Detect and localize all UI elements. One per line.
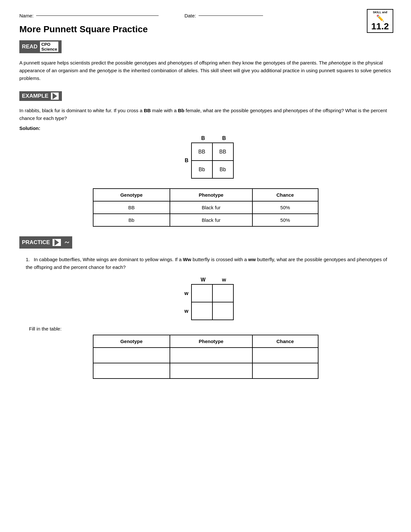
side-labels-col: w w: [177, 284, 191, 320]
fill-cell-1-2[interactable]: [170, 348, 252, 363]
punnett-wrapper: B B B BB BB Bb Bb: [177, 135, 235, 179]
cell-chance-2: 50%: [252, 214, 318, 226]
punnett-row-1: B BB BB Bb Bb: [177, 143, 235, 179]
date-field: Date:: [184, 13, 263, 18]
name-label: Name:: [19, 13, 34, 18]
fill-cell-1-3[interactable]: [252, 348, 318, 363]
date-underline[interactable]: [199, 15, 263, 16]
practice-top-label-1: W: [193, 277, 214, 283]
cell-chance-1: 50%: [252, 201, 318, 214]
practice-grid-row-1: [192, 285, 234, 302]
col-phenotype-header: Phenotype: [170, 189, 252, 201]
practice-top-label-2: w: [214, 277, 235, 283]
pencil-icon: ✏️: [369, 14, 391, 22]
practice-side-label-2: w: [177, 302, 191, 320]
cell-2-1: Bb: [192, 161, 213, 179]
table-row: Bb Black fur 50%: [93, 214, 318, 226]
read-label: READ: [22, 44, 37, 50]
header-row: Name: Date:: [19, 13, 392, 18]
skill-number: 11.2: [369, 22, 391, 31]
fill-row-1[interactable]: [93, 348, 318, 363]
practice-cell-2-2[interactable]: [213, 302, 234, 320]
punnett-example: B B B BB BB Bb Bb: [19, 135, 392, 179]
practice-section-label: PRACTICE ~: [19, 236, 72, 249]
squiggle-icon: ~: [65, 238, 69, 247]
intro-italic2: genotype: [97, 68, 117, 73]
read-section-label: READ CPOScience: [19, 40, 62, 53]
fill-table: Genotype Phenotype Chance: [93, 335, 318, 379]
grid-row-2: Bb Bb: [192, 161, 234, 179]
practice-question-1: 1. In cabbage butterflies, White wings a…: [19, 256, 392, 271]
cell-genotype-1: BB: [93, 201, 170, 214]
table-row: BB Black fur 50%: [93, 201, 318, 214]
practice-play-icon: [53, 239, 61, 246]
fill-cell-2-2[interactable]: [170, 363, 252, 379]
col-genotype-header: Genotype: [93, 189, 170, 201]
example-question: In rabbits, black fur is dominant to whi…: [19, 107, 392, 122]
practice-cell-2-1[interactable]: [192, 302, 213, 320]
example-section-label: EXAMPLE: [19, 91, 62, 101]
example-result-table: Genotype Phenotype Chance BB Black fur 5…: [93, 188, 318, 227]
top-label-2: B: [214, 135, 235, 141]
practice-grid-row-2: [192, 302, 234, 320]
fill-cell-2-1[interactable]: [93, 363, 170, 379]
fill-col-phenotype: Phenotype: [170, 335, 252, 348]
cell-1-2: BB: [213, 143, 234, 161]
cell-2-2: Bb: [213, 161, 234, 179]
practice-triangle: [54, 239, 59, 246]
fill-cell-1-1[interactable]: [93, 348, 170, 363]
intro-text1: A punnett square helps scientists predic…: [19, 60, 328, 65]
name-underline[interactable]: [36, 15, 159, 16]
date-label: Date:: [184, 13, 196, 18]
practice-label: PRACTICE: [22, 239, 50, 246]
cell-phenotype-2: Black fur: [170, 214, 252, 226]
punnett-top-labels: B B: [193, 135, 235, 141]
intro-paragraph: A punnett square helps scientists predic…: [19, 59, 392, 82]
fill-cell-2-3[interactable]: [252, 363, 318, 379]
practice-punnett-grid: [191, 284, 234, 320]
fill-col-genotype: Genotype: [93, 335, 170, 348]
col-chance-header: Chance: [252, 189, 318, 201]
side-label-1: B: [177, 158, 191, 163]
practice-top-labels: W w: [193, 277, 235, 283]
table-header-row: Genotype Phenotype Chance: [93, 189, 318, 201]
book-icon: CPOScience: [40, 42, 58, 52]
cell-1-1: BB: [192, 143, 213, 161]
punnett-practice-wrapper: W w w w: [177, 277, 235, 320]
practice-side-label-1: w: [177, 284, 191, 302]
question-number-1: 1.: [26, 256, 30, 263]
practice-cell-1-1[interactable]: [192, 285, 213, 302]
punnett-grid: BB BB Bb Bb: [191, 143, 234, 179]
name-date-area: Name: Date:: [19, 13, 263, 18]
fill-in-label: Fill in the table:: [29, 326, 392, 331]
play-triangle: [53, 93, 57, 99]
question-1-text: 1. In cabbage butterflies, White wings a…: [26, 256, 392, 271]
fill-row-2[interactable]: [93, 363, 318, 379]
page-title: More Punnett Square Practice: [19, 24, 392, 34]
top-label-1: B: [193, 135, 214, 141]
skill-line1: SKILL and: [369, 11, 391, 14]
punnett-practice: W w w w: [19, 277, 392, 320]
fill-table-header-row: Genotype Phenotype Chance: [93, 335, 318, 348]
practice-cell-1-2[interactable]: [213, 285, 234, 302]
example-label: EXAMPLE: [22, 93, 48, 99]
solution-label: Solution:: [19, 125, 392, 131]
cell-phenotype-1: Black fur: [170, 201, 252, 214]
practice-punnett-rows: w w: [177, 284, 235, 320]
play-icon: [51, 93, 59, 100]
grid-row-1: BB BB: [192, 143, 234, 161]
fill-col-chance: Chance: [252, 335, 318, 348]
intro-italic1: phenotype: [328, 60, 351, 65]
skill-badge: SKILL and ✏️ 11.2: [367, 9, 393, 33]
cell-genotype-2: Bb: [93, 214, 170, 226]
name-field: Name:: [19, 13, 159, 18]
